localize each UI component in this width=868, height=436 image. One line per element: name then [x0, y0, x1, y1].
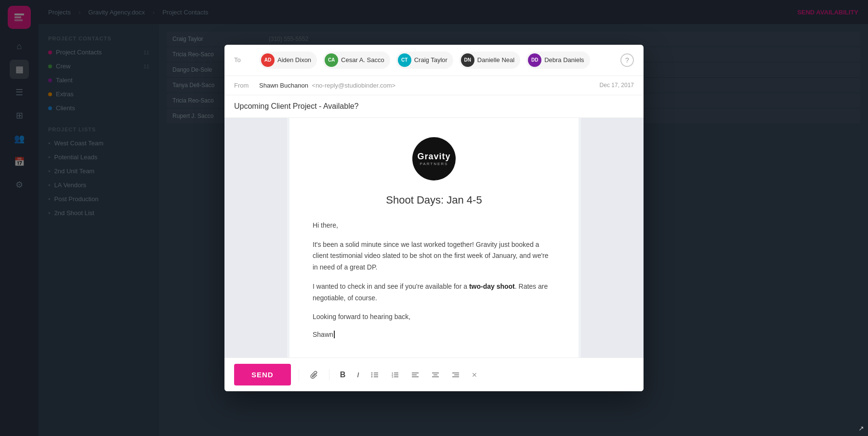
unordered-list-button[interactable]: [368, 369, 382, 381]
from-email: <no-reply@studiobinder.com>: [312, 82, 396, 89]
question-button[interactable]: ?: [620, 53, 634, 67]
recipient-chip-danielle[interactable]: DN Danielle Neal: [459, 51, 520, 69]
avatar-danielle: DN: [461, 53, 474, 67]
company-logo: Gravity PARTNERS: [412, 137, 456, 180]
email-right-spacer: [581, 118, 644, 358]
email-paragraph-availability: I wanted to check in and see if you're a…: [313, 281, 555, 304]
email-content[interactable]: Gravity PARTNERS Shoot Days: Jan 4-5 Hi …: [289, 118, 579, 358]
recipient-name-cesar: Cesar A. Sacco: [341, 56, 384, 64]
to-row: To AD Aiden Dixon CA Cesar A. Sacco CT C…: [224, 45, 644, 76]
recipient-name-debra: Debra Daniels: [544, 56, 584, 64]
from-name: Shawn Buchanon: [259, 82, 308, 89]
from-date: Dec 17, 2017: [600, 82, 634, 89]
recipient-name-danielle: Danielle Neal: [477, 56, 514, 64]
email-signature: Shawn: [313, 331, 555, 338]
send-button[interactable]: SEND: [234, 364, 291, 385]
from-row: From Shawn Buchanon <no-reply@studiobind…: [224, 76, 644, 95]
toolbar-separator-2: [329, 369, 329, 381]
recipient-name-craig: Craig Taylor: [414, 56, 447, 64]
from-info: Shawn Buchanon <no-reply@studiobinder.co…: [259, 82, 594, 89]
svg-point-8: [371, 376, 372, 377]
italic-button[interactable]: I: [354, 369, 362, 381]
email-left-spacer: [224, 118, 287, 358]
email-toolbar: SEND B I: [224, 358, 644, 391]
align-left-button[interactable]: [408, 369, 422, 381]
email-body-container: Gravity PARTNERS Shoot Days: Jan 4-5 Hi …: [224, 118, 644, 358]
subject-text: Upcoming Client Project - Available?: [234, 102, 359, 110]
recipient-chip-debra[interactable]: DD Debra Daniels: [526, 51, 590, 69]
bold-two-day-shoot: two-day shoot: [469, 282, 515, 290]
recipient-chip-cesar[interactable]: CA Cesar A. Sacco: [323, 51, 390, 69]
recipient-chip-craig[interactable]: CT Craig Taylor: [396, 51, 453, 69]
email-paragraph-greeting: Hi there,: [313, 220, 555, 231]
avatar-craig: CT: [398, 53, 411, 67]
align-right-button[interactable]: [448, 369, 463, 381]
svg-point-7: [371, 374, 372, 375]
email-modal: To AD Aiden Dixon CA Cesar A. Sacco CT C…: [224, 45, 644, 392]
toolbar-separator: [299, 369, 299, 381]
text-cursor: [334, 331, 335, 338]
avatar-aiden: AD: [261, 53, 275, 67]
subject-row: Upcoming Client Project - Available?: [224, 95, 644, 118]
attach-button[interactable]: [307, 369, 321, 381]
shoot-title: Shoot Days: Jan 4-5: [313, 194, 555, 206]
company-logo-text: Gravity: [417, 152, 450, 162]
clear-format-button[interactable]: ✕: [469, 369, 480, 381]
email-paragraph-intro: It's been a solid minute since we last w…: [313, 239, 555, 273]
to-label: To: [234, 56, 253, 64]
recipient-name-aiden: Aiden Dixon: [277, 56, 311, 64]
recipient-chip-aiden[interactable]: AD Aiden Dixon: [259, 51, 317, 69]
svg-text:3: 3: [392, 375, 394, 378]
avatar-cesar: CA: [325, 53, 338, 67]
ordered-list-button[interactable]: 1 2 3: [388, 369, 402, 381]
modal-overlay[interactable]: To AD Aiden Dixon CA Cesar A. Sacco CT C…: [0, 0, 868, 436]
from-label: From: [234, 82, 253, 89]
email-paragraph-closing: Looking forward to hearing back,: [313, 311, 555, 323]
signature-text: Shawn: [313, 331, 333, 338]
align-center-button[interactable]: [428, 369, 443, 381]
svg-point-6: [371, 372, 372, 373]
email-logo-container: Gravity PARTNERS: [313, 137, 555, 180]
bold-button[interactable]: B: [337, 369, 349, 381]
avatar-debra: DD: [528, 53, 541, 67]
company-logo-sub: PARTNERS: [420, 162, 448, 166]
